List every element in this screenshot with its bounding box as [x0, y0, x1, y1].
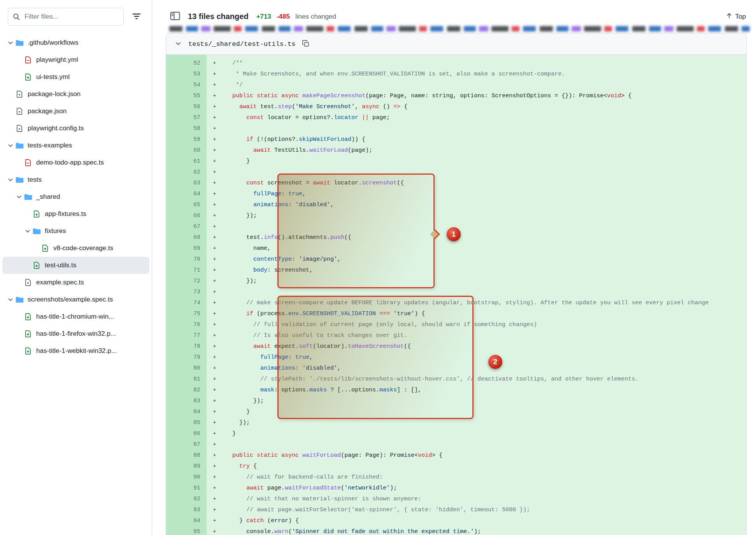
diff-add-marker: + [207, 352, 225, 363]
file-modified-icon [15, 107, 24, 115]
line-number: 52 [166, 58, 207, 69]
tree-item-tests[interactable]: tests [2, 171, 149, 188]
diff-row: 66+ }); [166, 210, 746, 221]
annotation-marker-2: 2 [488, 355, 502, 369]
tree-item-has-title-1-firefox-win32-p[interactable]: has-title-1-firefox-win32.p... [2, 325, 149, 342]
file-tree-sidebar: .github/workflowsplaywright.ymlui-tests.… [0, 0, 152, 535]
diff-row: 56+ await test.step('Make Screenshot', a… [166, 102, 746, 112]
tree-item-v8-code-coverage-ts[interactable]: v8-code-coverage.ts [2, 240, 149, 257]
tree-item-package-json[interactable]: package.json [2, 103, 149, 120]
line-number: 64 [166, 189, 207, 200]
chevron-down-icon [5, 296, 15, 303]
code-line: const locator = options?.locator || page… [225, 112, 746, 123]
tree-item-screenshots-example-spec-ts[interactable]: screenshots/example.spec.ts [2, 291, 149, 308]
tree-item-label: v8-code-coverage.ts [53, 244, 113, 252]
diff-row: 63+ const screenshot = await locator.scr… [166, 178, 746, 189]
line-number: 75 [166, 309, 207, 319]
diff-row: 52+ /** [166, 58, 746, 69]
tree-item-example-spec-ts[interactable]: example.spec.ts [2, 274, 149, 291]
code-line: await page.waitForLoadState('networkidle… [225, 483, 746, 494]
annotation-marker-1: 1 [447, 227, 461, 241]
annotation-box-2 [277, 296, 474, 419]
diff-add-marker: + [207, 363, 225, 374]
tree-item-demo-todo-app-spec-ts[interactable]: demo-todo-app.spec.ts [2, 154, 149, 171]
file-added-icon [24, 313, 32, 321]
tree-item-label: tests-examples [28, 142, 72, 149]
file-added-icon [41, 244, 49, 252]
collapse-file-button[interactable] [174, 39, 182, 49]
copy-file-path-button[interactable] [301, 39, 310, 49]
diff-row: 71+ body: screenshot, [166, 265, 746, 276]
file-added-icon [24, 330, 32, 338]
line-number: 76 [166, 319, 207, 330]
tree-item-label: tests [28, 176, 42, 184]
file-modified-icon [15, 90, 24, 98]
tree-item-label: screenshots/example.spec.ts [28, 296, 113, 303]
line-number: 94 [166, 516, 207, 526]
tree-item-has-title-1-webkit-win32-p[interactable]: has-title-1-webkit-win32.p... [2, 342, 149, 360]
toggle-file-tree-button[interactable] [168, 9, 182, 24]
line-number: 60 [166, 145, 207, 156]
line-number: 62 [166, 167, 207, 178]
filter-options-button[interactable] [128, 9, 145, 25]
code-line: public static async waitForLoad(page: Pa… [225, 450, 746, 461]
tree-item-github-workflows[interactable]: .github/workflows [2, 34, 149, 51]
diff-row: 57+ const locator = options?.locator || … [166, 112, 746, 123]
files-changed-count: 13 files changed [188, 12, 249, 21]
annotation-box-1 [277, 174, 435, 288]
filter-files-input[interactable] [8, 8, 124, 26]
chevron-down-icon [23, 228, 32, 234]
tree-item-ui-tests-yml[interactable]: ui-tests.yml [2, 68, 149, 86]
file-modified-icon [24, 279, 32, 286]
tree-item-package-lock-json[interactable]: package-lock.json [2, 86, 149, 103]
folder-icon [15, 176, 24, 184]
tree-item-label: playwright.yml [36, 56, 78, 64]
tree-item-app-fixtures-ts[interactable]: app-fixtures.ts [2, 205, 149, 223]
diff-add-marker: + [207, 167, 225, 178]
diff-row: 65+ animations: 'disabled', [166, 200, 746, 210]
diff-row: 86+ } [166, 428, 746, 439]
line-number: 93 [166, 505, 207, 516]
diff-add-marker: + [207, 309, 225, 319]
line-number: 59 [166, 134, 207, 145]
line-number: 95 [166, 526, 207, 535]
diff-row: 55+ public static async makePageScreensh… [166, 91, 746, 102]
line-number: 85 [166, 417, 207, 428]
file-added-icon [24, 347, 32, 355]
line-number: 83 [166, 396, 207, 407]
line-number: 67 [166, 221, 207, 232]
tree-item-tests-examples[interactable]: tests-examples [2, 137, 149, 154]
diff-add-marker: + [207, 450, 225, 461]
tree-item-label: package-lock.json [28, 90, 81, 98]
diff-add-marker: + [207, 396, 225, 407]
code-line: } [225, 156, 746, 167]
folder-icon [15, 39, 24, 47]
line-number: 90 [166, 472, 207, 483]
tree-item-playwright-yml[interactable]: playwright.yml [2, 51, 149, 68]
line-number: 54 [166, 80, 207, 91]
diff-add-marker: + [207, 189, 225, 200]
scroll-to-top-link[interactable]: Top [726, 12, 746, 21]
tree-item-has-title-1-chromium-win[interactable]: has-title-1-chromium-win... [2, 308, 149, 325]
diff-row: 93+ // await page.waitForSelector('mat-s… [166, 505, 746, 516]
diff-add-marker: + [207, 428, 225, 439]
tree-item-fixtures[interactable]: fixtures [2, 223, 149, 240]
diff-row: 54+ */ [166, 80, 746, 91]
tree-item-shared[interactable]: _shared [2, 188, 149, 205]
file-removed-icon [24, 159, 32, 167]
diff-add-marker: + [207, 200, 225, 210]
diff-row: 95+ console.warn('Spinner did not fade o… [166, 526, 746, 535]
diff-add-marker: + [207, 112, 225, 123]
folder-icon [24, 193, 32, 201]
tree-item-playwright-config-ts[interactable]: playwright.config.ts [2, 120, 149, 137]
copy-icon [302, 40, 310, 49]
filter-funnel-icon [132, 12, 141, 22]
code-line: // await page.waitForSelector('mat-spinn… [225, 505, 746, 516]
tree-item-test-utils-ts[interactable]: test-utils.ts [2, 257, 149, 274]
diff-row: 85+ }); [166, 417, 746, 428]
folder-icon [15, 296, 24, 304]
diff-row: 94+ } catch (error) { [166, 516, 746, 526]
line-number: 89 [166, 461, 207, 472]
line-number: 84 [166, 407, 207, 417]
diff-add-marker: + [207, 221, 225, 232]
